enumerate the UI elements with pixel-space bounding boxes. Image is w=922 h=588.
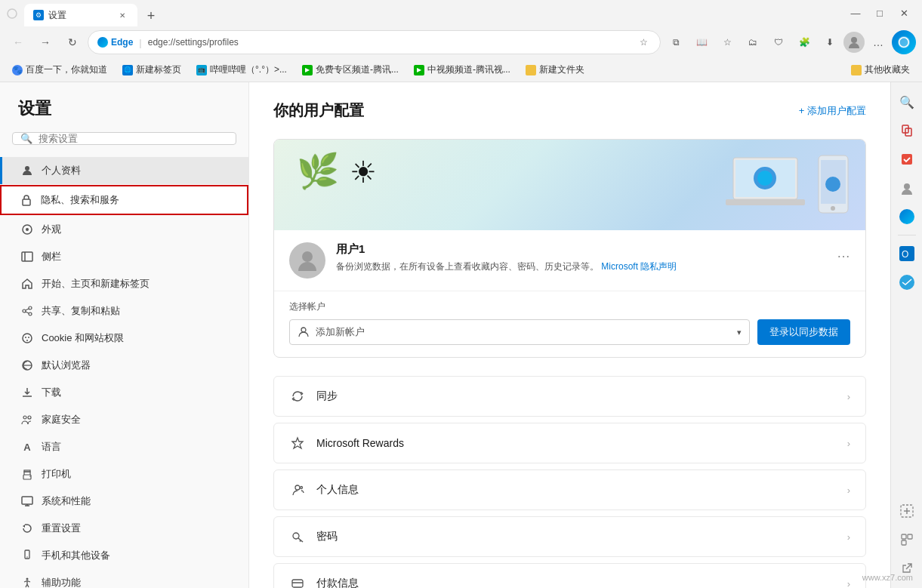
bookmark-newtab[interactable]: 🌐 新建标签页 xyxy=(116,61,187,79)
bookmark-tencent2-label: 中视频频道-腾讯视... xyxy=(427,63,510,76)
password-icon xyxy=(289,528,306,545)
reset-nav-icon xyxy=(20,522,34,535)
rs-todo-button[interactable] xyxy=(893,146,920,173)
forward-button[interactable]: → xyxy=(33,30,57,54)
settings-sidebar: 设置 🔍 个人资料 隐私、搜索和服务 xyxy=(0,82,249,588)
bookmark-bilibili[interactable]: 📺 哔哩哔哩（°.°）>... xyxy=(190,61,293,79)
svg-line-51 xyxy=(300,540,301,542)
close-button[interactable]: ✕ xyxy=(892,2,916,26)
collections-icon[interactable]: 🗂 xyxy=(741,30,765,54)
sidebar-item-system-label: 系统和性能 xyxy=(42,494,91,508)
sidebar-item-language[interactable]: A 语言 xyxy=(0,433,248,460)
reading-mode-icon[interactable]: 📖 xyxy=(689,30,714,54)
sidebar-item-phone[interactable]: 手机和其他设备 xyxy=(0,542,248,569)
sidebar-item-reset[interactable]: 重置设置 xyxy=(0,515,248,542)
rewards-icon xyxy=(289,435,306,451)
minimize-button[interactable]: — xyxy=(843,2,868,26)
svg-rect-8 xyxy=(22,252,32,261)
account-select[interactable]: 添加新帐户 ▾ xyxy=(289,319,750,345)
more-tools-button[interactable]: … xyxy=(866,30,890,54)
extensions-icon[interactable]: 🧩 xyxy=(792,30,816,54)
add-profile-label: + 添加用户配置 xyxy=(799,104,866,118)
more-folder-icon xyxy=(851,65,862,75)
payment-item[interactable]: 付款信息 › xyxy=(274,564,865,588)
account-label: 选择帐户 xyxy=(289,300,850,313)
search-input[interactable] xyxy=(39,133,228,144)
sidebar-item-start[interactable]: 开始、主页和新建标签页 xyxy=(0,270,248,297)
sidebar-item-appearance[interactable]: 外观 xyxy=(0,216,248,243)
sync-button[interactable]: 登录以同步数据 xyxy=(757,319,850,345)
rs-edge-button[interactable] xyxy=(893,203,920,230)
edge-favicon xyxy=(97,37,108,48)
bookmark-tencent2-icon: ▶ xyxy=(414,65,424,75)
bookmark-folder[interactable]: 新建文件夹 xyxy=(520,61,591,79)
sidebar-item-family[interactable]: 家庭安全 xyxy=(0,406,248,433)
downloads-icon[interactable]: ⬇ xyxy=(818,30,842,54)
browser-essentials-icon[interactable]: 🛡 xyxy=(766,30,791,54)
sidebar-item-default-browser[interactable]: 默认浏览器 xyxy=(0,352,248,379)
rs-outlook-button[interactable]: O xyxy=(893,240,920,267)
svg-point-11 xyxy=(23,309,26,312)
active-tab[interactable]: ⚙ 设置 ✕ xyxy=(24,4,137,26)
add-profile-button[interactable]: + 添加用户配置 xyxy=(799,104,866,118)
bookmark-newtab-icon: 🌐 xyxy=(122,65,133,75)
sidebar-item-sidebar[interactable]: 侧栏 xyxy=(0,243,248,270)
rewards-item[interactable]: Microsoft Rewards › xyxy=(274,423,865,463)
back-button[interactable]: ← xyxy=(6,30,30,54)
sidebar-item-privacy[interactable]: 隐私、搜索和服务 xyxy=(0,185,248,215)
favorites-nav-icon[interactable]: ☆ xyxy=(715,30,739,54)
bookmark-baidu[interactable]: 🐾 百度一下，你就知道 xyxy=(6,61,113,79)
rs-divider xyxy=(898,235,916,236)
printer-nav-icon xyxy=(20,467,34,481)
content-title: 你的用户配置 xyxy=(273,100,364,121)
bookmark-tencent1-label: 免费专区频道-腾讯... xyxy=(316,63,399,76)
sync-label: 同步 xyxy=(316,389,837,403)
split-screen-icon[interactable]: ⧉ xyxy=(664,30,688,54)
sidebar-item-start-label: 开始、主页和新建标签页 xyxy=(42,277,150,291)
sidebar-item-profile[interactable]: 个人资料 xyxy=(0,157,248,184)
sidebar-item-downloads[interactable]: 下载 xyxy=(0,379,248,406)
sidebar-item-family-label: 家庭安全 xyxy=(42,413,81,426)
edge-sidebar-button[interactable] xyxy=(892,30,916,54)
sidebar-item-share[interactable]: 共享、复制和粘贴 xyxy=(0,297,248,325)
payment-icon xyxy=(289,575,306,588)
sidebar-item-accessibility[interactable]: 辅助功能 xyxy=(0,569,248,588)
watermark: www.xz7.com xyxy=(862,573,913,582)
rs-telegram-button[interactable] xyxy=(893,269,920,296)
privacy-link[interactable]: Microsoft 隐私声明 xyxy=(601,261,677,272)
title-bar-left xyxy=(6,8,18,20)
svg-point-43 xyxy=(825,177,840,192)
refresh-button[interactable]: ↻ xyxy=(60,30,85,54)
sync-item[interactable]: 同步 › xyxy=(274,377,865,416)
rs-collections-button[interactable] xyxy=(893,117,920,144)
sidebar-item-cookies[interactable]: Cookie 和网站权限 xyxy=(0,325,248,352)
profile-button[interactable] xyxy=(843,32,865,53)
bookmark-tencent1[interactable]: ▶ 免费专区频道-腾讯... xyxy=(296,61,405,79)
svg-point-15 xyxy=(23,334,32,343)
rs-profile-button[interactable] xyxy=(893,174,920,202)
sidebar-item-printer[interactable]: 打印机 xyxy=(0,460,248,488)
rewards-arrow: › xyxy=(847,438,850,449)
personal-info-icon xyxy=(289,482,306,498)
rewards-section: Microsoft Rewards › xyxy=(273,423,866,463)
password-item[interactable]: 密码 › xyxy=(274,517,865,556)
rs-customize-button[interactable] xyxy=(893,497,920,525)
address-bar[interactable]: Edge | edge://settings/profiles ☆ xyxy=(88,30,661,54)
search-box[interactable]: 🔍 xyxy=(12,132,236,145)
rs-search-button[interactable]: 🔍 xyxy=(893,88,920,115)
tab-close-button[interactable]: ✕ xyxy=(116,9,128,21)
profile-more-button[interactable]: … xyxy=(837,245,850,261)
new-tab-button[interactable]: + xyxy=(140,5,162,26)
rs-settings-sidebar-button[interactable] xyxy=(893,526,920,553)
svg-point-17 xyxy=(28,337,29,338)
svg-point-48 xyxy=(301,487,303,489)
maximize-button[interactable]: □ xyxy=(868,2,892,26)
bookmark-tencent2[interactable]: ▶ 中视频频道-腾讯视... xyxy=(408,61,517,79)
bookmark-bilibili-label: 哔哩哔哩（°.°）>... xyxy=(210,63,287,76)
personal-info-item[interactable]: 个人信息 › xyxy=(274,470,865,509)
appearance-nav-icon xyxy=(20,223,34,236)
bookmarks-more-button[interactable]: 其他收藏夹 xyxy=(845,61,916,79)
favorites-icon[interactable]: ☆ xyxy=(636,35,651,50)
sidebar-item-system[interactable]: 系统和性能 xyxy=(0,488,248,515)
address-bar-icons: ☆ xyxy=(636,35,651,50)
